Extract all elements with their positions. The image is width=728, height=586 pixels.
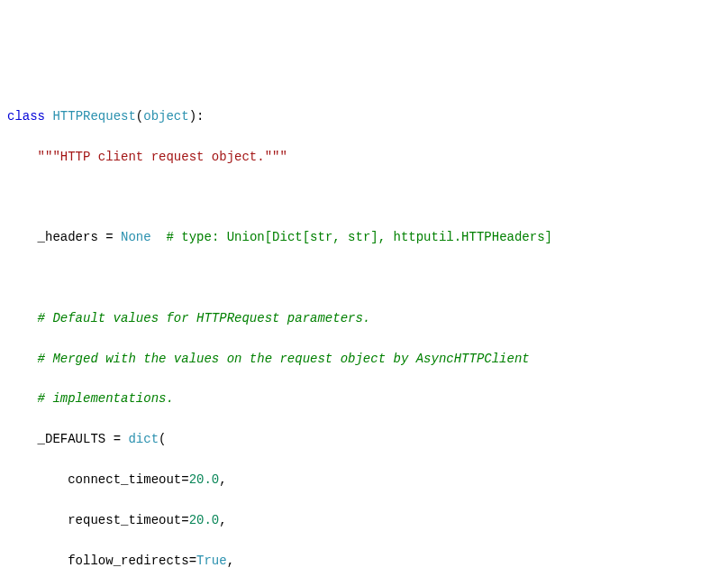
docstring: """HTTP client request object.""" [38,150,287,164]
var-defaults: _DEFAULTS [38,432,106,446]
code-line-blank [7,268,721,288]
builtin-dict: dict [128,432,159,446]
comment-type: # type: Union[Dict[str, str], httputil.H… [166,230,551,244]
code-line: request_timeout=20.0, [7,510,721,530]
kwarg-val: True [196,554,227,568]
var-headers: _headers [38,230,98,244]
code-block: class HTTPRequest(object): """HTTP clien… [7,87,721,586]
code-line: # Merged with the values on the request … [7,349,721,369]
code-line: follow_redirects=True, [7,551,721,571]
code-line: """HTTP client request object.""" [7,147,721,167]
kwarg-val: 20.0 [189,513,220,527]
kwarg-val: 20.0 [189,472,220,487]
kwarg-name: follow_redirects [68,554,188,568]
type-object: object [143,109,188,124]
code-line: # implementations. [7,389,721,408]
comment: # implementations. [38,391,174,406]
code-line: _DEFAULTS = dict( [7,429,721,449]
code-line: _headers = None # type: Union[Dict[str, … [7,227,721,247]
const-none: None [121,230,151,244]
class-name: HTTPRequest [52,109,135,124]
code-line-blank [7,188,721,207]
code-line: # Default values for HTTPRequest paramet… [7,308,721,328]
code-line: class HTTPRequest(object): [7,106,721,126]
keyword-class: class [7,109,45,124]
kwarg-name: request_timeout [68,513,181,527]
comment: # Merged with the values on the request … [38,352,530,366]
kwarg-name: connect_timeout [68,472,181,487]
comment: # Default values for HTTPRequest paramet… [38,311,371,325]
code-line: connect_timeout=20.0, [7,470,721,490]
